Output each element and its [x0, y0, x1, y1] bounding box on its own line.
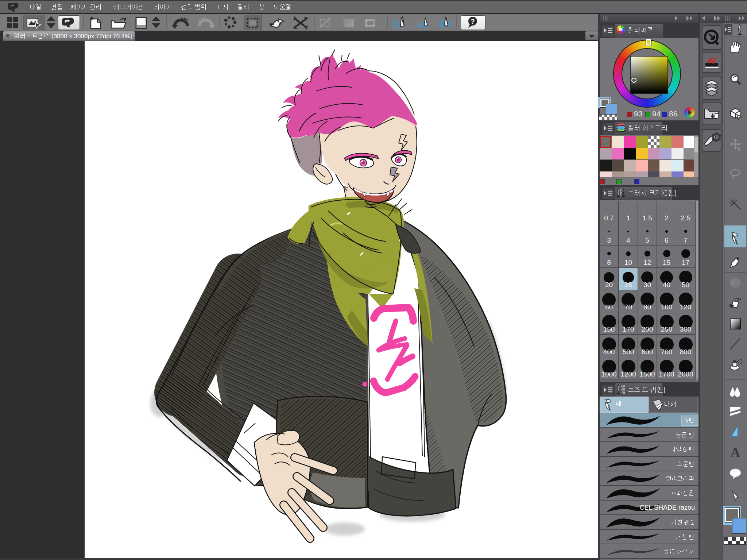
svg-text:?: ? [471, 18, 475, 25]
svg-text:A: A [730, 445, 740, 460]
